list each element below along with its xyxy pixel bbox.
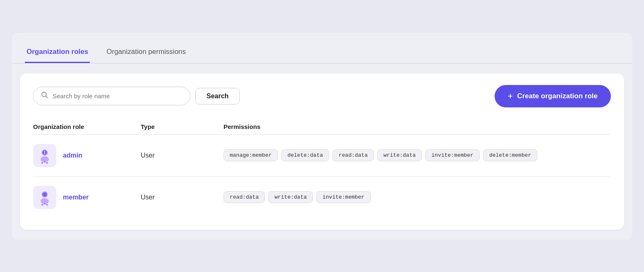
perm-badge: invite:member	[316, 191, 370, 203]
table-row: member User read:data write:data invite:…	[33, 177, 611, 218]
col-header-role: Organization role	[33, 123, 141, 130]
avatar-member	[33, 186, 56, 209]
search-icon	[41, 91, 48, 101]
role-name-member[interactable]: member	[63, 194, 89, 201]
role-cell-admin: admin	[33, 144, 141, 167]
tab-organization-permissions[interactable]: Organization permissions	[105, 43, 187, 63]
role-name-admin[interactable]: admin	[63, 152, 82, 159]
search-input-wrapper[interactable]	[33, 87, 190, 105]
perm-badge: write:data	[377, 149, 422, 161]
plus-icon: +	[508, 91, 513, 102]
content-card: Search + Create organization role Organi…	[20, 73, 624, 230]
tabs-bar: Organization roles Organization permissi…	[12, 33, 632, 63]
svg-point-12	[43, 193, 46, 196]
table-row: admin User manage:member delete:data rea…	[33, 135, 611, 177]
perm-badge: delete:data	[281, 149, 329, 161]
tab-organization-roles[interactable]: Organization roles	[25, 43, 90, 63]
perm-badge: delete:member	[483, 149, 537, 161]
perm-badge: read:data	[223, 191, 265, 203]
page-wrapper: Organization roles Organization permissi…	[12, 33, 632, 240]
permissions-cell-member: read:data write:data invite:member	[223, 191, 611, 203]
search-button[interactable]: Search	[195, 88, 240, 104]
role-cell-member: member	[33, 186, 141, 209]
perm-badge: write:data	[268, 191, 313, 203]
type-cell-member: User	[141, 194, 223, 201]
type-cell-admin: User	[141, 152, 223, 159]
col-header-type: Type	[141, 123, 223, 130]
perm-badge: invite:member	[425, 149, 479, 161]
avatar-admin	[33, 144, 56, 167]
search-input[interactable]	[53, 92, 183, 100]
create-button-label: Create organization role	[517, 92, 598, 100]
create-organization-role-button[interactable]: + Create organization role	[495, 85, 611, 107]
permissions-cell-admin: manage:member delete:data read:data writ…	[223, 149, 611, 161]
table-header: Organization role Type Permissions	[33, 119, 611, 135]
perm-badge: manage:member	[223, 149, 278, 161]
perm-badge: read:data	[332, 149, 374, 161]
search-row: Search + Create organization role	[33, 85, 611, 107]
col-header-permissions: Permissions	[223, 123, 611, 130]
svg-line-1	[46, 96, 48, 98]
